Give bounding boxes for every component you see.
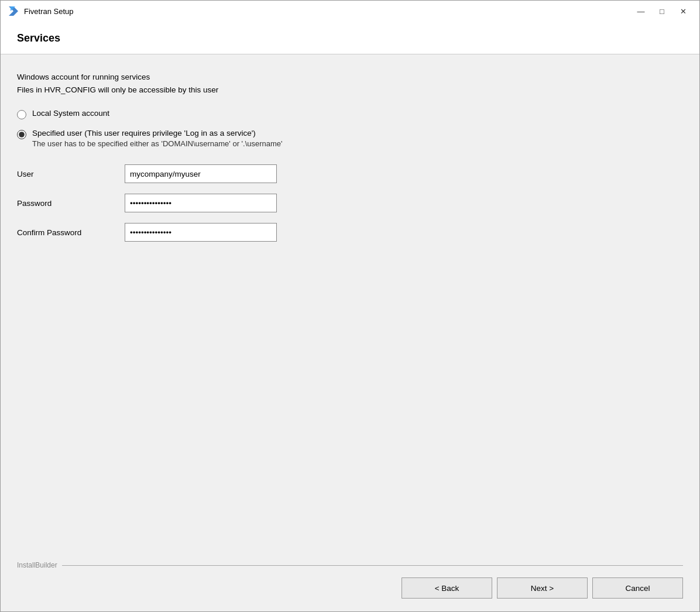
cancel-button[interactable]: Cancel <box>592 577 683 599</box>
window-title: Fivetran Setup <box>24 7 632 16</box>
close-button[interactable]: ✕ <box>674 3 692 19</box>
specified-user-option[interactable]: Specified user (This user requires privi… <box>17 129 683 148</box>
password-input[interactable] <box>125 194 277 212</box>
description-line1: Windows account for running services <box>17 71 683 84</box>
password-row: Password <box>17 194 683 212</box>
main-content: Windows account for running services Fil… <box>1 54 699 555</box>
minimize-button[interactable]: — <box>632 3 650 19</box>
window-controls: — □ ✕ <box>632 3 692 19</box>
description-text: Windows account for running services Fil… <box>17 71 683 96</box>
confirm-password-label: Confirm Password <box>17 228 111 237</box>
user-input[interactable] <box>125 164 277 183</box>
back-button[interactable]: < Back <box>402 577 492 599</box>
installbuilder-label: InstallBuilder <box>17 561 62 569</box>
title-bar: Fivetran Setup — □ ✕ <box>1 1 699 22</box>
credentials-form: User Password Confirm Password <box>17 164 683 242</box>
page-header: Services <box>1 22 699 54</box>
password-label: Password <box>17 199 111 208</box>
main-window: Fivetran Setup — □ ✕ Services Windows ac… <box>0 0 700 612</box>
local-system-option[interactable]: Local System account <box>17 109 683 119</box>
user-row: User <box>17 164 683 183</box>
confirm-password-row: Confirm Password <box>17 223 683 242</box>
installbuilder-bar: InstallBuilder <box>1 555 699 569</box>
description-line2: Files in HVR_CONFIG will only be accessi… <box>17 84 683 97</box>
next-button[interactable]: Next > <box>497 577 588 599</box>
specified-user-sublabel: The user has to be specified either as '… <box>32 139 283 148</box>
fivetran-logo-icon <box>8 5 19 17</box>
specified-user-label: Specified user (This user requires privi… <box>32 129 283 137</box>
user-label: User <box>17 170 111 178</box>
page-title: Services <box>17 32 683 44</box>
installbuilder-divider <box>62 565 683 566</box>
local-system-radio[interactable] <box>17 110 26 119</box>
confirm-password-input[interactable] <box>125 223 277 242</box>
local-system-label: Local System account <box>32 109 109 118</box>
specified-user-radio[interactable] <box>17 130 26 139</box>
account-type-group: Local System account Specified user (Thi… <box>17 109 683 148</box>
maximize-button[interactable]: □ <box>653 3 671 19</box>
footer-buttons: < Back Next > Cancel <box>1 569 699 611</box>
footer: InstallBuilder < Back Next > Cancel <box>1 555 699 611</box>
